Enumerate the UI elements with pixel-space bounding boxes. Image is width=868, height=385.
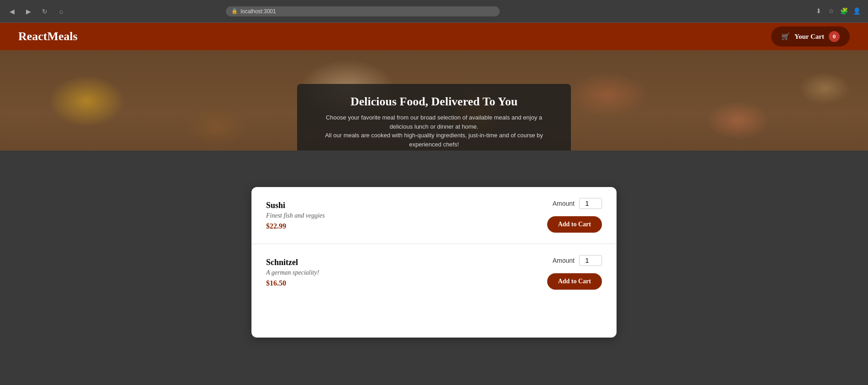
address-bar[interactable]: 🔒 localhost:3001 bbox=[226, 6, 500, 16]
main-content: Sushi Finest fish and veggies $22.99 Amo… bbox=[0, 151, 868, 356]
meal-actions-sushi: Amount Add to Cart bbox=[547, 198, 602, 233]
bookmark-icon[interactable]: ☆ bbox=[826, 6, 837, 17]
extensions-icon[interactable]: 🧩 bbox=[839, 6, 850, 17]
profile-icon[interactable]: 👤 bbox=[852, 6, 863, 17]
meal-actions-schnitzel: Amount Add to Cart bbox=[547, 255, 602, 290]
hero-title: Delicious Food, Delivered To You bbox=[315, 95, 553, 109]
app-header: ReactMeals 🛒 Your Cart 0 bbox=[0, 23, 868, 50]
browser-chrome: ◀ ▶ ↻ ⌂ 🔒 localhost:3001 ⬇ ☆ 🧩 👤 bbox=[0, 0, 868, 23]
meal-name-schnitzel: Schnitzel bbox=[266, 258, 319, 267]
download-icon[interactable]: ⬇ bbox=[813, 6, 824, 17]
meal-info-schnitzel: Schnitzel A german speciality! $16.50 bbox=[266, 258, 319, 287]
amount-input-sushi[interactable] bbox=[579, 198, 602, 209]
amount-row-sushi: Amount bbox=[553, 198, 602, 209]
meal-price-schnitzel: $16.50 bbox=[266, 279, 319, 287]
back-button[interactable]: ◀ bbox=[5, 5, 18, 18]
meal-item-sushi: Sushi Finest fish and veggies $22.99 Amo… bbox=[251, 187, 617, 244]
add-to-cart-schnitzel[interactable]: Add to Cart bbox=[547, 273, 602, 290]
meals-card: Sushi Finest fish and veggies $22.99 Amo… bbox=[251, 187, 617, 338]
hero-overlay: Delicious Food, Delivered To You Choose … bbox=[297, 84, 571, 160]
meal-name-sushi: Sushi bbox=[266, 201, 325, 210]
url-text: localhost:3001 bbox=[241, 8, 276, 15]
amount-row-schnitzel: Amount bbox=[553, 255, 602, 266]
meal-item-schnitzel: Schnitzel A german speciality! $16.50 Am… bbox=[251, 244, 617, 301]
hero-subtitle-2: All our meals are cooked with high-quali… bbox=[315, 131, 553, 149]
forward-button[interactable]: ▶ bbox=[22, 5, 35, 18]
add-to-cart-sushi[interactable]: Add to Cart bbox=[547, 216, 602, 233]
hero-subtitle-1: Choose your favorite meal from our broad… bbox=[315, 113, 553, 131]
cart-label: Your Cart bbox=[795, 33, 824, 41]
meal-info-sushi: Sushi Finest fish and veggies $22.99 bbox=[266, 201, 325, 230]
meal-price-sushi: $22.99 bbox=[266, 222, 325, 230]
meal-description-sushi: Finest fish and veggies bbox=[266, 212, 325, 219]
app-logo: ReactMeals bbox=[18, 30, 78, 43]
meal-description-schnitzel: A german speciality! bbox=[266, 269, 319, 276]
amount-input-schnitzel[interactable] bbox=[579, 255, 602, 266]
amount-label-sushi: Amount bbox=[553, 200, 575, 207]
reload-button[interactable]: ↻ bbox=[38, 5, 51, 18]
home-button[interactable]: ⌂ bbox=[55, 5, 68, 18]
cart-icon: 🛒 bbox=[781, 32, 790, 41]
cart-count-badge: 0 bbox=[829, 31, 840, 42]
cart-button[interactable]: 🛒 Your Cart 0 bbox=[771, 26, 850, 47]
lock-icon: 🔒 bbox=[231, 8, 238, 14]
amount-label-schnitzel: Amount bbox=[553, 257, 575, 264]
browser-toolbar: ⬇ ☆ 🧩 👤 bbox=[813, 6, 863, 17]
